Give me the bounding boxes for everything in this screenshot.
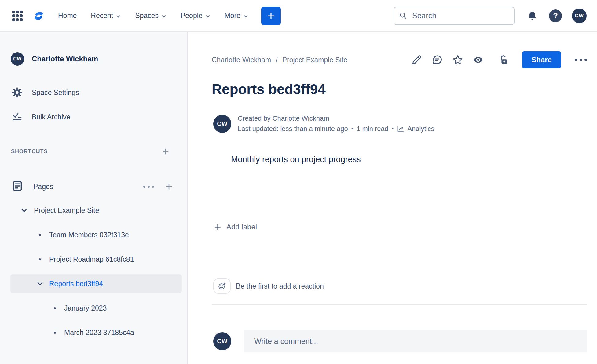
- pencil-icon: [412, 55, 422, 65]
- page-content: Charlotte Wickham / Project Example Site: [188, 32, 597, 364]
- trend-chart-icon: [397, 125, 405, 133]
- tree-item-label: Project Roadmap 61c8fc81: [49, 255, 134, 264]
- nav-recent-label: Recent: [91, 12, 113, 20]
- search-input[interactable]: [412, 11, 511, 20]
- bullet-icon: [36, 234, 43, 236]
- tree-item-label: Project Example Site: [34, 206, 99, 215]
- pages-more-button[interactable]: [143, 186, 154, 188]
- byline: CW Created by Charlotte Wickham Last upd…: [212, 113, 587, 134]
- bullet-icon: [36, 258, 43, 260]
- pages-heading: Pages: [33, 183, 53, 191]
- last-updated-text[interactable]: Last updated: less than a minute ago: [238, 124, 348, 134]
- sidebar-item-space-settings[interactable]: Space Settings: [0, 85, 187, 100]
- nav-more-label: More: [225, 12, 240, 20]
- confluence-app: Home Recent Spaces People More: [0, 0, 597, 364]
- create-button[interactable]: [261, 7, 281, 25]
- space-header[interactable]: CW Charlotte Wickham: [11, 52, 187, 66]
- created-by-text: Created by Charlotte Wickham: [238, 113, 434, 124]
- space-name: Charlotte Wickham: [32, 55, 98, 63]
- watch-button[interactable]: [473, 54, 484, 65]
- bullet-icon: [51, 307, 58, 309]
- gear-icon: [12, 87, 23, 98]
- more-actions-button[interactable]: [575, 59, 587, 61]
- chevron-down-icon: [205, 14, 211, 19]
- space-avatar: CW: [11, 52, 24, 66]
- share-button[interactable]: Share: [522, 51, 561, 68]
- read-time-text: 1 min read: [357, 124, 388, 134]
- plus-icon: [164, 182, 174, 191]
- star-icon: [452, 55, 463, 65]
- author-avatar[interactable]: CW: [213, 115, 231, 133]
- tree-item-team-members[interactable]: Team Members 032f313e: [0, 223, 187, 247]
- shortcuts-heading: SHORTCUTS: [11, 148, 48, 155]
- edit-button[interactable]: [411, 54, 422, 65]
- nav-more[interactable]: More: [225, 12, 248, 20]
- user-avatar[interactable]: CW: [572, 9, 587, 23]
- comment-composer: CW Write a comment...: [212, 330, 587, 352]
- chevron-down-icon: [161, 14, 167, 19]
- app-switcher-icon[interactable]: [12, 11, 23, 21]
- dot-separator: •: [351, 124, 353, 134]
- nav-people-label: People: [181, 12, 203, 20]
- breadcrumb-space[interactable]: Project Example Site: [282, 56, 347, 64]
- restrictions-button[interactable]: [498, 54, 509, 65]
- add-shortcut-button[interactable]: [161, 147, 170, 156]
- tree-item-january-2023[interactable]: January 2023: [0, 296, 187, 320]
- tree-item-reports-selected[interactable]: Reports bed3ff94: [10, 274, 182, 293]
- nav-people[interactable]: People: [181, 12, 211, 20]
- space-sidebar: CW Charlotte Wickham: [0, 32, 188, 364]
- nav-recent[interactable]: Recent: [91, 12, 121, 20]
- search-icon: [399, 12, 407, 20]
- bell-icon: [527, 11, 537, 21]
- tree-item-label: Team Members 032f313e: [49, 231, 129, 239]
- page-header: Charlotte Wickham / Project Example Site: [212, 51, 587, 69]
- pages-section-header[interactable]: Pages: [0, 179, 187, 194]
- plus-icon: [266, 11, 276, 20]
- analytics-label: Analytics: [407, 124, 434, 134]
- bullet-icon: [51, 332, 58, 334]
- add-label-text: Add label: [226, 223, 257, 231]
- pages-icon: [11, 180, 24, 193]
- analytics-link[interactable]: Analytics: [397, 124, 434, 134]
- breadcrumb-space-owner[interactable]: Charlotte Wickham: [212, 56, 271, 64]
- add-reaction-button[interactable]: [213, 278, 231, 294]
- unlock-icon: [498, 54, 509, 66]
- checklist-icon: [12, 112, 23, 122]
- smiley-add-icon: [218, 282, 226, 291]
- comments-button[interactable]: [432, 54, 443, 65]
- nav-spaces-label: Spaces: [135, 12, 159, 20]
- notifications-button[interactable]: [526, 9, 539, 23]
- question-mark-icon: ?: [549, 9, 562, 22]
- sidebar-item-label: Bulk Archive: [32, 113, 71, 121]
- reaction-prompt: Be the first to add a reaction: [236, 282, 324, 290]
- search-field[interactable]: [394, 7, 515, 25]
- star-button[interactable]: [452, 54, 463, 65]
- chevron-down-icon[interactable]: [20, 207, 28, 214]
- eye-icon: [473, 54, 484, 66]
- breadcrumb: Charlotte Wickham / Project Example Site: [212, 56, 347, 64]
- confluence-logo-icon[interactable]: [32, 9, 46, 23]
- tree-item-label: Reports bed3ff94: [49, 280, 103, 288]
- dot-separator: •: [392, 124, 394, 134]
- comment-bubble-icon: [432, 54, 443, 65]
- nav-home[interactable]: Home: [58, 12, 77, 20]
- comment-input[interactable]: Write a comment...: [244, 330, 587, 352]
- nav-home-label: Home: [58, 12, 77, 20]
- chevron-down-icon: [243, 14, 248, 19]
- tree-item-project-roadmap[interactable]: Project Roadmap 61c8fc81: [0, 247, 187, 271]
- nav-spaces[interactable]: Spaces: [135, 12, 167, 20]
- help-button[interactable]: ?: [549, 9, 562, 23]
- tree-item-label: March 2023 37185c4a: [64, 329, 134, 337]
- sidebar-item-bulk-archive[interactable]: Bulk Archive: [0, 109, 187, 125]
- chevron-down-icon[interactable]: [36, 280, 44, 287]
- add-page-button[interactable]: [164, 182, 174, 191]
- add-label-button[interactable]: Add label: [214, 222, 257, 232]
- primary-nav: Home Recent Spaces People More: [58, 12, 248, 20]
- plus-icon: [214, 223, 222, 231]
- chevron-down-icon: [116, 14, 121, 19]
- section-divider: [212, 304, 587, 305]
- tree-item-march-2023[interactable]: March 2023 37185c4a: [0, 320, 187, 345]
- shortcuts-section-header: SHORTCUTS: [0, 147, 187, 156]
- top-navigation: Home Recent Spaces People More: [0, 0, 597, 32]
- tree-item-project-example-site[interactable]: Project Example Site: [0, 198, 187, 223]
